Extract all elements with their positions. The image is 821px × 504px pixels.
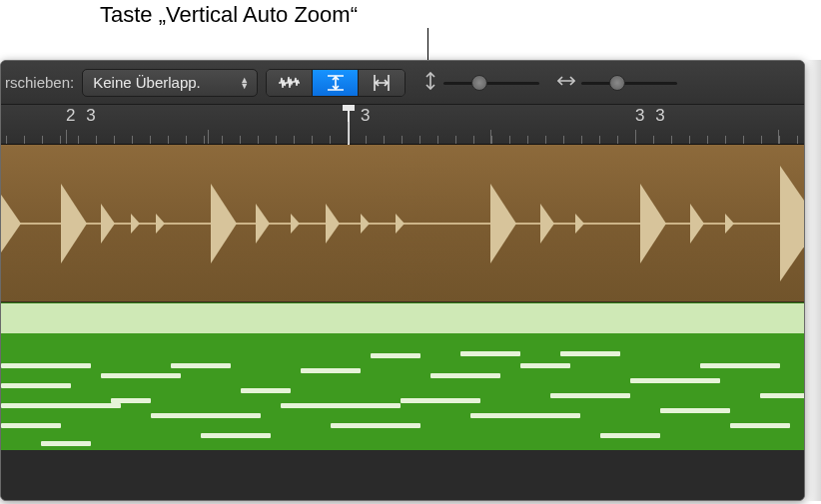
audio-transient <box>640 184 666 263</box>
ruler-tick <box>96 136 97 144</box>
audio-transient <box>725 214 734 234</box>
audio-transient <box>211 184 237 263</box>
audio-transient <box>361 214 370 234</box>
midi-note[interactable] <box>460 351 520 356</box>
midi-note[interactable] <box>600 433 660 438</box>
ruler-tick <box>473 136 474 144</box>
callout-label: Taste „Vertical Auto Zoom“ <box>100 2 358 28</box>
midi-note[interactable] <box>550 393 630 398</box>
midi-note[interactable] <box>151 413 261 418</box>
ruler-tick <box>168 136 169 144</box>
ruler-tick <box>490 130 491 144</box>
midi-note[interactable] <box>1 403 121 408</box>
midi-note[interactable] <box>660 408 730 413</box>
editor-toolbar: rschieben: Keine Überlapp. ▲▼ <box>1 61 804 105</box>
midi-note[interactable] <box>201 433 271 438</box>
midi-region[interactable] <box>1 302 804 450</box>
ruler-tick <box>312 136 313 144</box>
midi-note[interactable] <box>171 363 231 368</box>
ruler-tick <box>671 136 672 144</box>
window-edge-shadow <box>805 60 821 501</box>
ruler-tick <box>132 136 133 144</box>
vertical-auto-zoom-button[interactable] <box>313 70 359 96</box>
horizontal-auto-zoom-button[interactable] <box>359 70 405 96</box>
midi-note[interactable] <box>760 393 804 398</box>
vertical-zoom-slider[interactable] <box>443 74 539 92</box>
ruler-tick <box>60 136 61 144</box>
slider-track <box>443 82 539 85</box>
ruler-tick <box>222 136 223 144</box>
midi-note[interactable] <box>730 423 790 428</box>
ruler-tick <box>294 136 295 144</box>
ruler-tick <box>599 136 600 144</box>
audio-transient <box>291 214 300 234</box>
midi-note[interactable] <box>41 441 91 446</box>
ruler-tick-major <box>348 122 349 144</box>
audio-transient <box>780 166 804 281</box>
slider-thumb[interactable] <box>471 75 487 91</box>
callout-leader-line <box>427 28 428 60</box>
ruler-tick <box>761 136 762 144</box>
horizontal-zoom-group <box>557 74 677 92</box>
vertical-auto-zoom-icon <box>326 73 346 93</box>
ruler-tick <box>24 136 25 144</box>
vertical-zoom-group <box>423 72 539 94</box>
ruler-tick <box>366 136 367 144</box>
overlap-mode-value: Keine Überlapp. <box>93 74 201 91</box>
midi-note[interactable] <box>281 403 401 408</box>
ruler-tick <box>240 136 241 144</box>
ruler-tick <box>276 136 277 144</box>
horizontal-zoom-slider[interactable] <box>581 74 677 92</box>
ruler-tick <box>455 136 456 144</box>
midi-note[interactable] <box>401 398 480 403</box>
audio-transient <box>101 204 115 244</box>
ruler-tick <box>527 136 528 144</box>
tracks-editor-window: rschieben: Keine Überlapp. ▲▼ <box>0 60 805 501</box>
overlap-mode-popup[interactable]: Keine Überlapp. ▲▼ <box>82 69 258 97</box>
horizontal-zoom-icon <box>557 74 575 92</box>
midi-note[interactable] <box>630 378 720 383</box>
midi-note[interactable] <box>560 351 620 356</box>
ruler-tick <box>743 136 744 144</box>
move-label: rschieben: <box>5 74 74 91</box>
slider-thumb[interactable] <box>609 75 625 91</box>
midi-note[interactable] <box>520 363 570 368</box>
midi-note[interactable] <box>1 383 71 388</box>
ruler-tick <box>725 136 726 144</box>
midi-note[interactable] <box>111 398 151 403</box>
popup-arrows-icon: ▲▼ <box>240 77 249 89</box>
midi-note[interactable] <box>470 413 580 418</box>
midi-note[interactable] <box>1 423 61 428</box>
midi-note[interactable] <box>1 363 91 368</box>
ruler-tick <box>150 136 151 144</box>
ruler-tick <box>419 136 420 144</box>
ruler-tick <box>186 136 187 144</box>
ruler-tick <box>653 136 654 144</box>
audio-transient <box>256 204 270 244</box>
ruler-tick <box>78 136 79 144</box>
midi-note[interactable] <box>301 368 361 373</box>
ruler-tick <box>114 136 115 144</box>
audio-transient <box>690 204 704 244</box>
ruler-tick <box>617 136 618 144</box>
ruler-tick <box>563 136 564 144</box>
ruler-tick <box>42 136 43 144</box>
midi-note[interactable] <box>241 388 291 393</box>
audio-region[interactable] <box>1 145 804 302</box>
midi-note[interactable] <box>430 373 500 378</box>
slider-track <box>581 82 677 85</box>
horizontal-auto-zoom-icon <box>372 73 392 93</box>
ruler-tick <box>707 136 708 144</box>
ruler-tick <box>797 136 798 144</box>
audio-transient <box>156 214 165 234</box>
view-mode-segmented <box>266 69 406 97</box>
midi-note[interactable] <box>101 373 181 378</box>
midi-note[interactable] <box>331 423 420 428</box>
midi-note[interactable] <box>371 353 420 358</box>
audio-transient <box>1 166 21 281</box>
waveform-view-button[interactable] <box>267 70 313 96</box>
midi-note[interactable] <box>700 363 780 368</box>
ruler-tick <box>545 136 546 144</box>
timeline-ruler[interactable]: 2 333 3 <box>1 105 804 145</box>
midi-light-band <box>1 303 804 333</box>
